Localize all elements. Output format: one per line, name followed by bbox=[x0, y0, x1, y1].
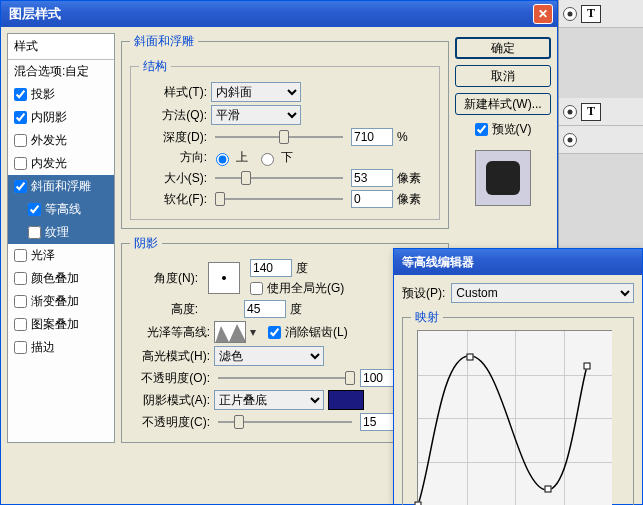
close-icon[interactable]: ✕ bbox=[533, 4, 553, 24]
cancel-button[interactable]: 取消 bbox=[455, 65, 551, 87]
soften-unit: 像素 bbox=[397, 191, 431, 208]
style-checkbox[interactable] bbox=[14, 134, 27, 147]
text-layer-icon: T bbox=[581, 5, 601, 23]
direction-down[interactable]: 下 bbox=[256, 149, 293, 166]
style-item-label: 纹理 bbox=[45, 224, 69, 241]
angle-label: 角度(N): bbox=[130, 270, 198, 287]
style-item-0[interactable]: 投影 bbox=[8, 83, 114, 106]
style-checkbox[interactable] bbox=[14, 111, 27, 124]
style-item-5[interactable]: 等高线 bbox=[8, 198, 114, 221]
style-item-4[interactable]: 斜面和浮雕 bbox=[8, 175, 114, 198]
bevel-legend: 斜面和浮雕 bbox=[130, 33, 198, 50]
text-layer-icon: T bbox=[581, 103, 601, 121]
style-checkbox[interactable] bbox=[14, 157, 27, 170]
style-item-8[interactable]: 颜色叠加 bbox=[8, 267, 114, 290]
shading-legend: 阴影 bbox=[130, 235, 162, 252]
style-item-label: 图案叠加 bbox=[31, 316, 79, 333]
shadow-opacity-label: 不透明度(C): bbox=[130, 414, 210, 431]
layer-row[interactable] bbox=[559, 126, 643, 154]
size-slider[interactable] bbox=[215, 169, 343, 187]
style-checkbox[interactable] bbox=[14, 272, 27, 285]
style-checkbox[interactable] bbox=[28, 226, 41, 239]
depth-input[interactable] bbox=[351, 128, 393, 146]
style-item-11[interactable]: 描边 bbox=[8, 336, 114, 359]
size-input[interactable] bbox=[351, 169, 393, 187]
contour-title: 等高线编辑器 bbox=[402, 254, 638, 271]
angle-dial[interactable] bbox=[208, 262, 240, 294]
preview-check[interactable]: 预览(V) bbox=[455, 121, 551, 138]
visibility-icon[interactable] bbox=[563, 133, 577, 147]
style-checkbox[interactable] bbox=[14, 318, 27, 331]
styles-header: 样式 bbox=[8, 34, 114, 60]
layer-row[interactable]: T bbox=[559, 0, 643, 28]
highlight-opacity-label: 不透明度(O): bbox=[130, 370, 210, 387]
size-label: 大小(S): bbox=[139, 170, 207, 187]
curve-point[interactable] bbox=[583, 362, 590, 369]
angle-input[interactable] bbox=[250, 259, 292, 277]
gloss-contour-label: 光泽等高线: bbox=[130, 324, 210, 341]
preset-label: 预设(P): bbox=[402, 285, 445, 302]
titlebar: 图层样式 ✕ bbox=[1, 1, 557, 27]
style-label: 样式(T): bbox=[139, 84, 207, 101]
blend-options-item[interactable]: 混合选项:自定 bbox=[8, 60, 114, 83]
style-item-10[interactable]: 图案叠加 bbox=[8, 313, 114, 336]
direction-up[interactable]: 上 bbox=[211, 149, 248, 166]
visibility-icon[interactable] bbox=[563, 105, 577, 119]
mapping-legend: 映射 bbox=[411, 309, 443, 326]
style-item-label: 投影 bbox=[31, 86, 55, 103]
shadow-color-swatch[interactable] bbox=[328, 390, 364, 410]
altitude-input[interactable] bbox=[244, 300, 286, 318]
style-checkbox[interactable] bbox=[14, 88, 27, 101]
technique-select[interactable]: 平滑 bbox=[211, 105, 301, 125]
altitude-unit: 度 bbox=[290, 301, 302, 318]
altitude-label: 高度: bbox=[130, 301, 198, 318]
style-item-6[interactable]: 纹理 bbox=[8, 221, 114, 244]
style-item-label: 内阴影 bbox=[31, 109, 67, 126]
shadow-opacity-slider[interactable] bbox=[218, 413, 352, 431]
style-item-label: 斜面和浮雕 bbox=[31, 178, 91, 195]
highlight-mode-select[interactable]: 滤色 bbox=[214, 346, 324, 366]
style-item-3[interactable]: 内发光 bbox=[8, 152, 114, 175]
preset-select[interactable]: Custom bbox=[451, 283, 634, 303]
curve-point[interactable] bbox=[415, 502, 422, 506]
style-checkbox[interactable] bbox=[28, 203, 41, 216]
new-style-button[interactable]: 新建样式(W)... bbox=[455, 93, 551, 115]
anti-alias-check[interactable]: 消除锯齿(L) bbox=[268, 324, 348, 341]
depth-slider[interactable] bbox=[215, 128, 343, 146]
style-select[interactable]: 内斜面 bbox=[211, 82, 301, 102]
chevron-down-icon[interactable]: ▾ bbox=[250, 325, 256, 339]
style-item-label: 等高线 bbox=[45, 201, 81, 218]
style-item-label: 外发光 bbox=[31, 132, 67, 149]
highlight-mode-label: 高光模式(H): bbox=[130, 348, 210, 365]
ok-button[interactable]: 确定 bbox=[455, 37, 551, 59]
curve-canvas[interactable] bbox=[417, 330, 612, 505]
mapping-group: 映射 bbox=[402, 309, 634, 505]
style-item-label: 渐变叠加 bbox=[31, 293, 79, 310]
curve-point[interactable] bbox=[467, 354, 474, 361]
style-checkbox[interactable] bbox=[14, 180, 27, 193]
bevel-group: 斜面和浮雕 结构 样式(T): 内斜面 方法(Q): 平滑 bbox=[121, 33, 449, 229]
structure-legend: 结构 bbox=[139, 58, 171, 75]
highlight-opacity-slider[interactable] bbox=[218, 369, 352, 387]
style-item-2[interactable]: 外发光 bbox=[8, 129, 114, 152]
global-light-check[interactable]: 使用全局光(G) bbox=[250, 280, 344, 297]
soften-slider[interactable] bbox=[215, 190, 343, 208]
shadow-mode-select[interactable]: 正片叠底 bbox=[214, 390, 324, 410]
direction-radios: 上 下 bbox=[211, 149, 293, 166]
style-item-9[interactable]: 渐变叠加 bbox=[8, 290, 114, 313]
visibility-icon[interactable] bbox=[563, 7, 577, 21]
style-checkbox[interactable] bbox=[14, 341, 27, 354]
styles-panel: 样式 混合选项:自定 投影内阴影外发光内发光斜面和浮雕等高线纹理光泽颜色叠加渐变… bbox=[7, 33, 115, 443]
curve-point[interactable] bbox=[544, 486, 551, 493]
layer-row[interactable]: T bbox=[559, 98, 643, 126]
technique-label: 方法(Q): bbox=[139, 107, 207, 124]
style-checkbox[interactable] bbox=[14, 295, 27, 308]
gloss-contour-swatch[interactable] bbox=[214, 321, 246, 343]
style-item-label: 内发光 bbox=[31, 155, 67, 172]
style-item-7[interactable]: 光泽 bbox=[8, 244, 114, 267]
direction-label: 方向: bbox=[139, 149, 207, 166]
style-checkbox[interactable] bbox=[14, 249, 27, 262]
soften-input[interactable] bbox=[351, 190, 393, 208]
angle-unit: 度 bbox=[296, 260, 308, 277]
style-item-1[interactable]: 内阴影 bbox=[8, 106, 114, 129]
